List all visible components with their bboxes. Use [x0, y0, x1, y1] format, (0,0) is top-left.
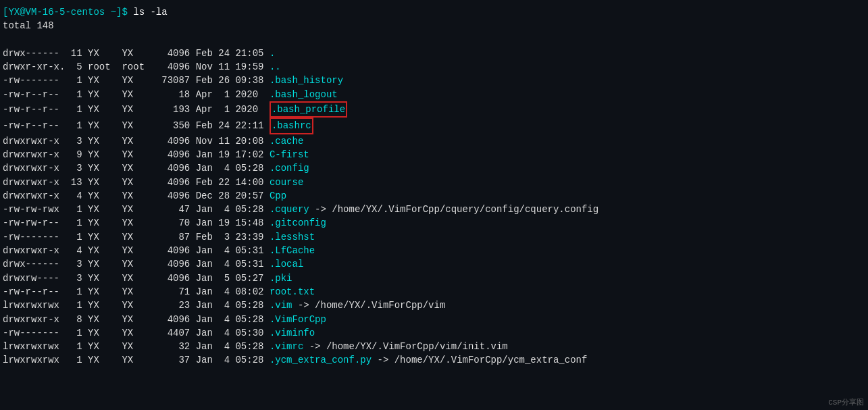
file-name: .LfCache [270, 244, 315, 257]
file-meta: drwx------ 3 YX YX 4096 Jan 4 05:31 [3, 257, 270, 271]
file-meta: drwxrw---- 3 YX YX 4096 Jan 5 05:27 [3, 272, 270, 285]
file-row: drwxrwxr-x 9 YX YX 4096 Jan 19 17:02 C-f… [3, 148, 865, 161]
file-name: course [270, 176, 303, 189]
file-meta: -rw-r--r-- 1 YX YX 193 Apr 1 2020 [3, 103, 270, 116]
file-name: .bash_profile [270, 101, 347, 118]
file-row: drwxrwxr-x 3 YX YX 4096 Jan 4 05:28 .con… [3, 161, 865, 175]
file-meta: lrwxrwxrwx 1 YX YX 32 Jan 4 05:28 [3, 340, 270, 353]
file-name: .. [270, 60, 281, 74]
file-row: drwx------ 3 YX YX 4096 Jan 4 05:31 .loc… [3, 257, 865, 271]
file-row: -rw-rw-r-- 1 YX YX 70 Jan 19 15:48 .gitc… [3, 216, 865, 230]
file-name: .vim [270, 299, 292, 312]
file-link: -> /home/YX/.VimForCpp/vim [292, 299, 445, 312]
file-row: lrwxrwxrwx 1 YX YX 37 Jan 4 05:28 .ycm_e… [3, 353, 865, 367]
file-meta: drwx------ 11 YX YX 4096 Feb 24 21:05 [3, 47, 270, 60]
terminal-window: { "terminal": { "prompt": "[YX@VM-16-5-c… [0, 0, 868, 410]
file-row: drwx------ 11 YX YX 4096 Feb 24 21:05 . [3, 47, 865, 60]
file-name: Cpp [270, 189, 286, 203]
file-link: -> /home/YX/.VimForCpp/ycm_extra_conf [372, 353, 587, 367]
file-name: .VimForCpp [270, 313, 326, 326]
file-name: .vimrc [270, 340, 303, 353]
file-link: -> /home/YX/.VimForCpp/cquery/config/cqu… [309, 203, 598, 216]
file-name: .viminfo [270, 326, 315, 340]
total-text: total 148 [3, 19, 54, 32]
file-meta: -rw------- 1 YX YX 73087 Feb 26 09:38 [3, 74, 270, 87]
file-meta: drwxrwxr-x 4 YX YX 4096 Jan 4 05:31 [3, 244, 270, 257]
file-link: -> /home/YX/.VimForCpp/vim/init.vim [303, 340, 507, 353]
file-row: -rw-r--r-- 1 YX YX 350 Feb 24 22:11 .bas… [3, 118, 865, 134]
file-row: drwxrwxr-x 8 YX YX 4096 Jan 4 05:28 .Vim… [3, 313, 865, 326]
file-meta: lrwxrwxrwx 1 YX YX 37 Jan 4 05:28 [3, 353, 270, 367]
total-line: total 148 [3, 19, 865, 32]
file-name: .bash_logout [270, 88, 338, 101]
file-name: .cache [270, 134, 303, 148]
file-name: .config [270, 161, 309, 175]
file-name: root.txt [270, 285, 315, 299]
file-row: -rw-rw-rwx 1 YX YX 47 Jan 4 05:28 .cquer… [3, 203, 865, 216]
file-row: -rw-r--r-- 1 YX YX 18 Apr 1 2020 .bash_l… [3, 88, 865, 101]
file-name: .bash_history [270, 74, 343, 87]
file-row: drwxr-xr-x. 5 root root 4096 Nov 11 19:5… [3, 60, 865, 74]
file-row: lrwxrwxrwx 1 YX YX 23 Jan 4 05:28 .vim -… [3, 299, 865, 312]
watermark: CSP分享图 [828, 397, 864, 407]
file-name: .gitconfig [270, 216, 326, 230]
file-meta: drwxrwxr-x 13 YX YX 4096 Feb 22 14:00 [3, 176, 270, 189]
file-meta: drwxrwxr-x 4 YX YX 4096 Dec 28 20:57 [3, 189, 270, 203]
file-name: .lesshst [270, 230, 315, 244]
file-row: drwxrwxr-x 4 YX YX 4096 Dec 28 20:57 Cpp [3, 189, 865, 203]
file-row: -rw-r--r-- 1 YX YX 193 Apr 1 2020 .bash_… [3, 101, 865, 118]
file-list: drwx------ 11 YX YX 4096 Feb 24 21:05 .d… [3, 33, 865, 367]
file-meta: -rw------- 1 YX YX 87 Feb 3 23:39 [3, 230, 270, 244]
file-name: . [270, 47, 275, 60]
file-row: -rw------- 1 YX YX 4407 Jan 4 05:30 .vim… [3, 326, 865, 340]
file-meta: drwxrwxr-x 3 YX YX 4096 Jan 4 05:28 [3, 161, 270, 175]
file-meta: -rw-rw-rwx 1 YX YX 47 Jan 4 05:28 [3, 203, 270, 216]
prompt-line: [YX@VM-16-5-centos ~]$ ls -la [3, 5, 865, 19]
file-row: -rw-r--r-- 1 YX YX 71 Jan 4 08:02 root.t… [3, 285, 865, 299]
file-name: .pki [270, 272, 292, 285]
file-row: drwxrw---- 3 YX YX 4096 Jan 5 05:27 .pki [3, 272, 865, 285]
file-row: -rw------- 1 YX YX 87 Feb 3 23:39 .lessh… [3, 230, 865, 244]
file-meta: drwxrwxr-x 3 YX YX 4096 Nov 11 20:08 [3, 134, 270, 148]
file-meta: lrwxrwxrwx 1 YX YX 23 Jan 4 05:28 [3, 299, 270, 312]
file-name: C-first [270, 148, 309, 161]
file-name: .cquery [270, 203, 309, 216]
file-row: -rw------- 1 YX YX 73087 Feb 26 09:38 .b… [3, 74, 865, 87]
file-row: lrwxrwxrwx 1 YX YX 32 Jan 4 05:28 .vimrc… [3, 340, 865, 353]
file-meta: -rw-rw-r-- 1 YX YX 70 Jan 19 15:48 [3, 216, 270, 230]
file-meta: drwxr-xr-x. 5 root root 4096 Nov 11 19:5… [3, 60, 270, 74]
file-meta: -rw------- 1 YX YX 4407 Jan 4 05:30 [3, 326, 270, 340]
file-meta [3, 33, 270, 47]
file-name: .ycm_extra_conf.py [270, 353, 372, 367]
file-meta: -rw-r--r-- 1 YX YX 18 Apr 1 2020 [3, 88, 270, 101]
file-name: .local [270, 257, 303, 271]
command-text: ls -la [133, 5, 167, 19]
file-name: .bashrc [270, 118, 313, 134]
file-row [3, 33, 865, 47]
file-row: drwxrwxr-x 13 YX YX 4096 Feb 22 14:00 co… [3, 176, 865, 189]
file-row: drwxrwxr-x 4 YX YX 4096 Jan 4 05:31 .LfC… [3, 244, 865, 257]
file-meta: -rw-r--r-- 1 YX YX 350 Feb 24 22:11 [3, 119, 270, 132]
prompt-text: [YX@VM-16-5-centos ~]$ [3, 5, 133, 19]
file-meta: drwxrwxr-x 8 YX YX 4096 Jan 4 05:28 [3, 313, 270, 326]
file-row: drwxrwxr-x 3 YX YX 4096 Nov 11 20:08 .ca… [3, 134, 865, 148]
file-meta: drwxrwxr-x 9 YX YX 4096 Jan 19 17:02 [3, 148, 270, 161]
file-meta: -rw-r--r-- 1 YX YX 71 Jan 4 08:02 [3, 285, 270, 299]
